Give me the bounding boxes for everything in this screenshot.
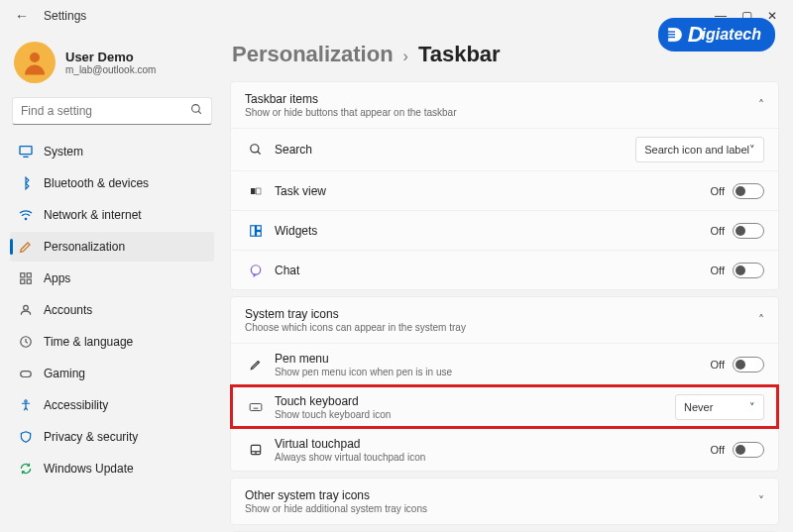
svg-rect-12 bbox=[27, 279, 31, 283]
touchpad-icon bbox=[247, 441, 265, 459]
keyboard-icon bbox=[247, 398, 265, 416]
row-label: Widgets bbox=[275, 224, 711, 238]
search-input[interactable] bbox=[21, 104, 190, 118]
profile-block[interactable]: User Demo m_lab@outlook.com bbox=[10, 36, 214, 97]
svg-rect-23 bbox=[257, 231, 262, 236]
profile-email: m_lab@outlook.com bbox=[65, 64, 156, 75]
breadcrumb-sep: › bbox=[403, 48, 408, 65]
row-label: Search bbox=[275, 143, 635, 157]
panel-other-tray[interactable]: Other system tray icons Show or hide add… bbox=[230, 478, 779, 525]
touch-keyboard-dropdown[interactable]: Never˅ bbox=[675, 394, 764, 420]
chevron-down-icon: ˅ bbox=[749, 401, 755, 414]
nav-gaming[interactable]: Gaming bbox=[10, 359, 214, 388]
clock-icon bbox=[18, 334, 34, 350]
toggle-state: Off bbox=[711, 444, 725, 456]
nav-label: Time & language bbox=[44, 335, 133, 349]
nav-personalization[interactable]: Personalization bbox=[10, 232, 214, 262]
svg-point-8 bbox=[25, 218, 26, 219]
nav-accessibility[interactable]: Accessibility bbox=[10, 390, 214, 420]
section-title: Other system tray icons bbox=[245, 488, 758, 502]
svg-rect-10 bbox=[27, 273, 31, 277]
nav-label: System bbox=[44, 145, 83, 159]
shield-icon bbox=[18, 429, 34, 445]
vtouchpad-toggle[interactable] bbox=[733, 442, 764, 458]
window-title: Settings bbox=[44, 9, 86, 23]
nav-label: Bluetooth & devices bbox=[44, 176, 149, 190]
chevron-down-icon: ˅ bbox=[758, 494, 764, 508]
row-taskview: Task view Off bbox=[231, 170, 778, 210]
nav-bluetooth[interactable]: Bluetooth & devices bbox=[10, 168, 214, 198]
chat-toggle[interactable] bbox=[733, 263, 764, 278]
section-title: Taskbar items bbox=[245, 92, 758, 106]
pen-toggle[interactable] bbox=[733, 357, 764, 372]
section-sub: Choose which icons can appear in the sys… bbox=[245, 322, 758, 333]
row-virtual-touchpad: Virtual touchpadAlways show virtual touc… bbox=[231, 428, 778, 471]
taskview-icon bbox=[247, 182, 265, 200]
section-sub: Show or hide buttons that appear on the … bbox=[245, 107, 758, 118]
panel-header[interactable]: System tray icons Choose which icons can… bbox=[231, 297, 778, 343]
row-touch-keyboard: Touch keyboardShow touch keyboard icon N… bbox=[231, 385, 778, 428]
row-widgets: Widgets Off bbox=[231, 210, 778, 250]
search-dropdown[interactable]: Search icon and label˅ bbox=[635, 137, 764, 162]
panel-system-tray: System tray icons Choose which icons can… bbox=[230, 296, 779, 472]
search-box[interactable] bbox=[12, 97, 212, 125]
breadcrumb-current: Taskbar bbox=[418, 42, 501, 67]
chevron-up-icon: ˄ bbox=[758, 313, 764, 327]
svg-point-13 bbox=[24, 305, 29, 310]
search-icon bbox=[190, 103, 203, 119]
avatar bbox=[14, 42, 56, 83]
content-area: Personalization › Taskbar Taskbar items … bbox=[222, 32, 793, 532]
row-sub: Show pen menu icon when pen is in use bbox=[275, 367, 711, 377]
profile-name: User Demo bbox=[65, 50, 156, 64]
back-button[interactable]: ← bbox=[8, 8, 36, 24]
section-title: System tray icons bbox=[245, 307, 758, 321]
accessibility-icon bbox=[18, 397, 34, 413]
gaming-icon bbox=[18, 366, 34, 381]
nav-system[interactable]: System bbox=[10, 137, 214, 166]
row-label: Task view bbox=[275, 184, 711, 198]
taskview-toggle[interactable] bbox=[733, 183, 764, 199]
svg-point-17 bbox=[251, 145, 259, 153]
accounts-icon bbox=[18, 302, 34, 318]
toggle-state: Off bbox=[711, 359, 725, 371]
row-label: Pen menu bbox=[275, 352, 711, 366]
watermark-logo: Digiatech bbox=[658, 18, 775, 52]
nav-network[interactable]: Network & internet bbox=[10, 200, 214, 230]
nav-label: Network & internet bbox=[44, 208, 142, 222]
svg-rect-2 bbox=[665, 37, 674, 38]
nav-update[interactable]: Windows Update bbox=[10, 454, 214, 483]
nav-label: Accessibility bbox=[44, 398, 108, 412]
svg-rect-22 bbox=[257, 225, 262, 230]
widgets-toggle[interactable] bbox=[733, 223, 764, 239]
panel-taskbar-items: Taskbar items Show or hide buttons that … bbox=[230, 81, 779, 290]
svg-rect-15 bbox=[21, 372, 32, 377]
svg-rect-9 bbox=[21, 273, 25, 277]
row-sub: Always show virtual touchpad icon bbox=[275, 452, 711, 463]
row-search: Search Search icon and label˅ bbox=[231, 128, 778, 170]
widgets-icon bbox=[247, 222, 265, 240]
row-label: Chat bbox=[275, 264, 711, 277]
breadcrumb-parent[interactable]: Personalization bbox=[232, 42, 394, 67]
svg-rect-25 bbox=[250, 404, 262, 411]
svg-rect-6 bbox=[20, 147, 32, 155]
svg-rect-11 bbox=[21, 279, 25, 283]
pen-icon bbox=[247, 356, 265, 373]
nav-label: Gaming bbox=[44, 367, 85, 380]
svg-point-4 bbox=[192, 105, 200, 113]
nav-apps[interactable]: Apps bbox=[10, 264, 214, 293]
nav-time[interactable]: Time & language bbox=[10, 327, 214, 357]
toggle-state: Off bbox=[711, 265, 725, 276]
brush-icon bbox=[18, 239, 34, 255]
apps-icon bbox=[18, 270, 34, 286]
nav-label: Privacy & security bbox=[44, 430, 138, 444]
nav-label: Windows Update bbox=[44, 462, 134, 476]
nav-privacy[interactable]: Privacy & security bbox=[10, 422, 214, 452]
panel-header[interactable]: Taskbar items Show or hide buttons that … bbox=[231, 82, 778, 128]
svg-rect-1 bbox=[665, 34, 674, 35]
nav-accounts[interactable]: Accounts bbox=[10, 295, 214, 325]
svg-rect-0 bbox=[665, 31, 674, 32]
chevron-down-icon: ˅ bbox=[749, 144, 755, 157]
nav-label: Personalization bbox=[44, 240, 125, 254]
row-sub: Show touch keyboard icon bbox=[275, 409, 675, 420]
svg-point-24 bbox=[251, 265, 260, 273]
